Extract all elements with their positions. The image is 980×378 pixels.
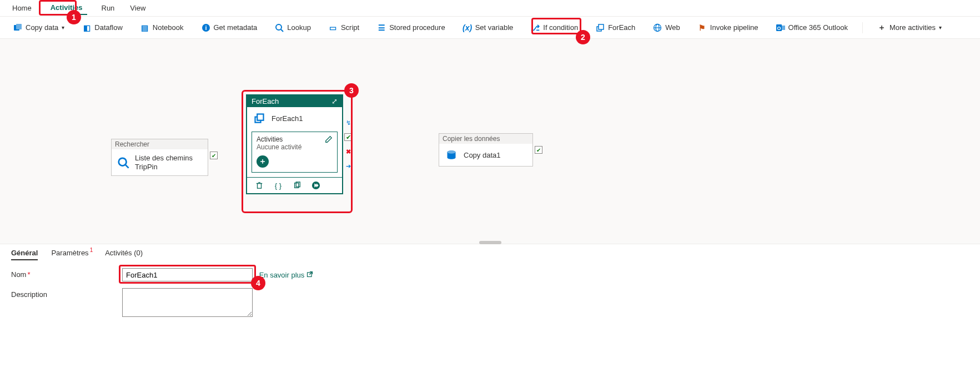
foreach-icon bbox=[253, 112, 266, 125]
learn-more-text: En savoir plus bbox=[259, 271, 305, 279]
description-input[interactable] bbox=[122, 288, 253, 317]
dataflow-icon: ◧ bbox=[82, 23, 91, 32]
toolbar-copy-data-label: Copy data bbox=[26, 23, 58, 32]
svg-line-5 bbox=[281, 29, 283, 32]
copy-data-node-title: Copy data1 bbox=[464, 151, 501, 159]
port-conditional-icon[interactable]: ↯ bbox=[344, 119, 352, 127]
panel-resize-handle[interactable] bbox=[479, 241, 501, 244]
toolbar-stored-procedure[interactable]: ☰ Stored procedure bbox=[374, 21, 448, 34]
callout-1: 1 bbox=[67, 10, 81, 24]
toolbar-outlook[interactable]: O Office 365 Outlook bbox=[773, 21, 851, 34]
run-icon[interactable] bbox=[311, 181, 320, 190]
info-icon: i bbox=[202, 23, 210, 32]
general-form: Nom* En savoir plus 4 Description bbox=[0, 263, 980, 329]
expand-icon[interactable]: ⤢ bbox=[331, 97, 338, 105]
toolbar-invoke-pipeline-label: Invoke pipeline bbox=[710, 23, 758, 32]
foreach-ports: ↯ ✔ ✖ ➔ bbox=[344, 119, 352, 170]
properties-tabs: Général Paramètres1 Activités (0) bbox=[0, 244, 980, 263]
required-star: * bbox=[27, 270, 30, 279]
database-icon bbox=[445, 148, 458, 162]
edit-icon[interactable] bbox=[325, 135, 333, 145]
toolbar-foreach[interactable]: ForEach bbox=[592, 21, 639, 34]
foreach-node-title: ForEach1 bbox=[272, 114, 303, 123]
toolbar-more-activities[interactable]: ＋ More activities ▾ bbox=[874, 21, 945, 34]
top-tabs: Home Activities Run View 1 bbox=[0, 0, 980, 17]
svg-rect-6 bbox=[599, 24, 604, 29]
variable-icon: (x) bbox=[463, 23, 472, 32]
tab-parameters[interactable]: Paramètres1 bbox=[51, 249, 92, 260]
foreach-inner-sub: Aucune activité bbox=[257, 143, 301, 151]
delete-icon[interactable] bbox=[255, 181, 264, 190]
foreach-node[interactable]: ForEach ⤢ ForEach1 Activities Aucune act… bbox=[246, 94, 343, 194]
name-label: Nom* bbox=[11, 268, 111, 279]
svg-text:O: O bbox=[777, 26, 781, 31]
copy-data-icon bbox=[13, 23, 22, 32]
svg-point-4 bbox=[276, 24, 282, 30]
copy-data-node-header: Copier les données bbox=[439, 134, 532, 144]
required-indicator: 1 bbox=[90, 247, 93, 253]
branch-icon: ⎇ bbox=[531, 23, 540, 32]
svg-text:i: i bbox=[205, 24, 207, 31]
script-icon: ▭ bbox=[329, 23, 338, 32]
lookup-node-header: Rechercher bbox=[112, 139, 208, 149]
notebook-icon: ▤ bbox=[140, 23, 149, 32]
tab-activities[interactable]: Activities bbox=[46, 1, 87, 15]
port-fail-icon[interactable]: ✖ bbox=[344, 148, 352, 155]
callout-3: 3 bbox=[344, 83, 359, 98]
toolbar-lookup-label: Lookup bbox=[287, 23, 311, 32]
copy-success-port[interactable]: ✔ bbox=[535, 146, 542, 154]
toolbar-web-label: Web bbox=[665, 23, 680, 32]
name-input[interactable] bbox=[122, 268, 253, 281]
plus-icon: ＋ bbox=[877, 23, 886, 32]
chevron-down-icon: ▾ bbox=[939, 24, 942, 31]
toolbar-notebook[interactable]: ▤ Notebook bbox=[137, 21, 187, 34]
toolbar-web[interactable]: Web bbox=[650, 21, 684, 34]
toolbar-notebook-label: Notebook bbox=[153, 23, 184, 32]
tab-run[interactable]: Run bbox=[100, 2, 116, 14]
port-success-icon[interactable]: ✔ bbox=[344, 133, 352, 141]
search-icon bbox=[275, 23, 284, 32]
stored-proc-icon: ☰ bbox=[377, 23, 386, 32]
external-link-icon bbox=[306, 271, 313, 279]
callout-2: 2 bbox=[576, 30, 590, 44]
toolbar-script[interactable]: ▭ Script bbox=[325, 21, 363, 34]
toolbar-dataflow[interactable]: ◧ Dataflow bbox=[79, 21, 126, 34]
toolbar-copy-data[interactable]: Copy data ▾ bbox=[10, 21, 68, 34]
toolbar-more-activities-label: More activities bbox=[889, 23, 936, 32]
tab-activities[interactable]: Activités (0) bbox=[105, 249, 143, 260]
code-icon[interactable]: { } bbox=[274, 181, 283, 190]
port-skip-icon[interactable]: ➔ bbox=[344, 162, 352, 170]
callout-4: 4 bbox=[251, 276, 265, 290]
tab-home[interactable]: Home bbox=[11, 2, 33, 14]
toolbar-dataflow-label: Dataflow bbox=[94, 23, 123, 32]
foreach-icon bbox=[596, 23, 605, 32]
lookup-node[interactable]: Rechercher Liste des chemins TripPin ✔ bbox=[111, 139, 208, 176]
copy-icon[interactable] bbox=[293, 181, 301, 190]
toolbar-set-variable[interactable]: (x) Set variable bbox=[460, 21, 517, 34]
name-label-text: Nom bbox=[11, 270, 26, 279]
toolbar-lookup[interactable]: Lookup bbox=[272, 21, 314, 34]
add-activity-button[interactable]: ＋ bbox=[257, 155, 269, 168]
copy-data-node[interactable]: Copier les données Copy data1 ✔ bbox=[439, 133, 533, 167]
foreach-node-head: ForEach bbox=[252, 97, 279, 105]
tab-parameters-label: Paramètres bbox=[51, 249, 88, 257]
lookup-success-port[interactable]: ✔ bbox=[210, 152, 218, 159]
tab-general[interactable]: Général bbox=[11, 249, 38, 260]
toolbar-set-variable-label: Set variable bbox=[475, 23, 514, 32]
svg-rect-15 bbox=[257, 114, 263, 120]
foreach-inner-label: Activities bbox=[257, 135, 301, 143]
toolbar-get-metadata[interactable]: i Get metadata bbox=[198, 21, 261, 34]
lookup-node-title: Liste des chemins TripPin bbox=[135, 154, 202, 171]
tab-view[interactable]: View bbox=[129, 2, 147, 14]
toolbar-invoke-pipeline[interactable]: ⚑ Invoke pipeline bbox=[695, 21, 762, 34]
toolbar-script-label: Script bbox=[341, 23, 359, 32]
search-icon bbox=[117, 156, 129, 169]
foreach-inner-activities[interactable]: Activities Aucune activité ＋ bbox=[252, 132, 338, 173]
pipeline-canvas[interactable]: Rechercher Liste des chemins TripPin ✔ F… bbox=[0, 39, 980, 244]
toolbar-get-metadata-label: Get metadata bbox=[214, 23, 258, 32]
svg-rect-16 bbox=[258, 184, 262, 189]
learn-more-link[interactable]: En savoir plus bbox=[259, 271, 314, 279]
toolbar-if-condition[interactable]: ⎇ If condition bbox=[527, 21, 581, 34]
svg-point-24 bbox=[448, 150, 456, 154]
toolbar-stored-procedure-label: Stored procedure bbox=[389, 23, 445, 32]
